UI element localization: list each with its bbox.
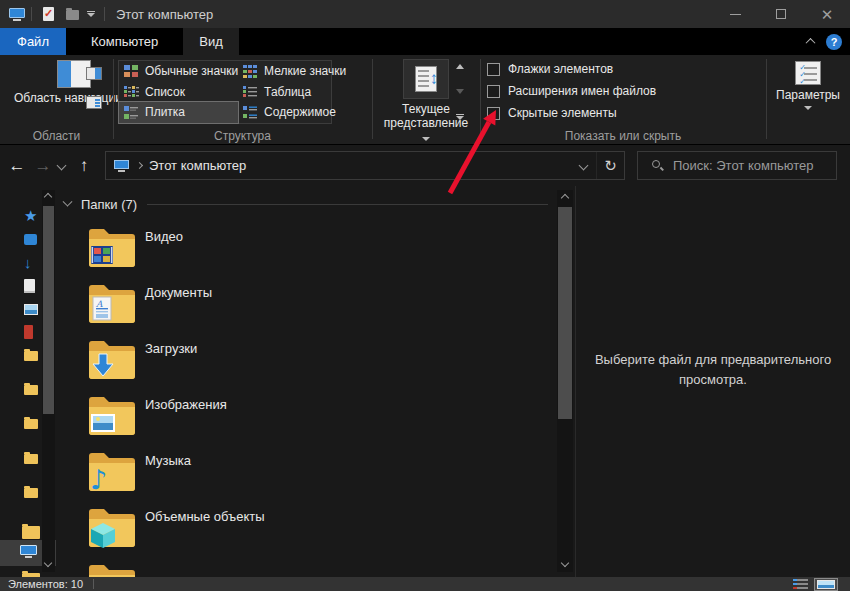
layout-group: Обычные значки Мелкие значки Список Табл… bbox=[113, 55, 372, 145]
pinned-folder-icon[interactable] bbox=[24, 325, 33, 339]
maximize-button[interactable] bbox=[758, 0, 804, 28]
folder-name: Документы bbox=[145, 285, 212, 300]
folder-item-downloads[interactable]: Загрузки bbox=[88, 336, 508, 384]
forward-button[interactable]: → bbox=[30, 156, 56, 176]
customize-quick-access-button[interactable] bbox=[87, 11, 95, 18]
3d-objects-folder-icon bbox=[88, 504, 136, 550]
scrollbar-thumb[interactable] bbox=[43, 206, 54, 414]
view-option-label: Плитка bbox=[145, 105, 185, 119]
details-pane-button[interactable] bbox=[84, 93, 104, 111]
svg-text:♪: ♪ bbox=[90, 464, 107, 494]
details-view-icon bbox=[243, 84, 258, 99]
thumbnails-view-button[interactable] bbox=[814, 578, 838, 591]
svg-text:A: A bbox=[95, 299, 103, 309]
current-view-button[interactable]: Текущее представление bbox=[380, 59, 472, 144]
item-checkboxes-checkbox[interactable] bbox=[487, 63, 500, 76]
this-pc-icon bbox=[114, 160, 129, 172]
search-input[interactable] bbox=[673, 158, 823, 173]
folders-group-header[interactable]: Папки (7) bbox=[56, 194, 556, 214]
recent-locations-icon[interactable] bbox=[57, 161, 67, 171]
navigation-pane-label: Область навигации bbox=[14, 91, 122, 105]
title-bar: Этот компьютер ✕ bbox=[0, 0, 850, 28]
folder-icon[interactable] bbox=[24, 488, 38, 498]
ribbon: Область навигации Области Обычные значки… bbox=[0, 55, 850, 145]
details-view-button[interactable] bbox=[793, 579, 808, 590]
chevron-down-icon bbox=[804, 106, 812, 110]
status-bar: Элементов: 10 bbox=[0, 577, 850, 591]
documents-icon[interactable] bbox=[24, 279, 35, 293]
view-option-normal-icons[interactable]: Обычные значки bbox=[119, 61, 238, 82]
normal-icons-view-icon bbox=[124, 64, 139, 79]
folder-icon[interactable] bbox=[24, 454, 38, 464]
new-folder-icon[interactable] bbox=[65, 7, 80, 22]
item-checkboxes-option[interactable]: Флажки элементов bbox=[487, 61, 613, 77]
view-option-label: Таблица bbox=[264, 85, 311, 99]
options-button[interactable]: Параметры bbox=[774, 61, 842, 110]
pictures-icon[interactable] bbox=[24, 304, 38, 315]
folder-item-video[interactable]: Видео bbox=[88, 224, 508, 272]
small-icons-view-icon bbox=[243, 64, 258, 79]
close-button[interactable]: ✕ bbox=[804, 0, 850, 28]
address-bar[interactable]: Этот компьютер ↻ bbox=[105, 151, 625, 180]
folder-item-pictures[interactable]: Изображения bbox=[88, 392, 508, 440]
address-dropdown-button[interactable] bbox=[570, 152, 596, 179]
view-option-tiles[interactable]: Плитка bbox=[119, 102, 238, 123]
breadcrumb-chevron-icon[interactable] bbox=[136, 162, 143, 169]
this-pc-icon bbox=[9, 8, 25, 21]
sidebar-scrollbar[interactable] bbox=[42, 190, 55, 572]
folder-item-3d-objects[interactable]: Объемные объекты bbox=[88, 504, 508, 552]
tab-computer[interactable]: Компьютер bbox=[75, 28, 174, 55]
window-title: Этот компьютер bbox=[116, 7, 213, 22]
up-button[interactable]: ↑ bbox=[71, 156, 97, 176]
folder-name: Музыка bbox=[145, 453, 191, 468]
preview-message: Выберите файл для предварительного просм… bbox=[590, 350, 836, 390]
folder-icon[interactable] bbox=[24, 351, 38, 361]
folder-item-music[interactable]: ♪ Музыка bbox=[88, 448, 508, 496]
folder-icon bbox=[88, 560, 136, 577]
preview-pane-button[interactable] bbox=[84, 64, 104, 82]
minimize-button[interactable] bbox=[712, 0, 758, 28]
refresh-icon[interactable]: ↻ bbox=[596, 152, 624, 179]
desktop-icon[interactable] bbox=[24, 234, 37, 245]
help-icon[interactable]: ? bbox=[826, 34, 842, 50]
video-folder-icon bbox=[88, 224, 136, 270]
tab-file[interactable]: Файл bbox=[0, 28, 66, 55]
thumbnails-view-icon bbox=[817, 580, 835, 589]
scrollbar-thumb[interactable] bbox=[558, 207, 572, 419]
downloads-icon[interactable]: ↓ bbox=[24, 256, 32, 270]
group-header-line bbox=[147, 204, 548, 205]
tab-view[interactable]: Вид bbox=[183, 28, 239, 55]
back-button[interactable]: ← bbox=[4, 156, 30, 176]
folder-icon[interactable] bbox=[24, 385, 38, 395]
search-box[interactable] bbox=[637, 151, 837, 180]
preview-pane-icon bbox=[86, 67, 102, 80]
options-group: Параметры bbox=[766, 55, 850, 145]
folder-icon[interactable] bbox=[22, 526, 40, 539]
items-count: Элементов: 10 bbox=[8, 578, 83, 590]
file-extensions-checkbox[interactable] bbox=[487, 85, 500, 98]
folder-item-partial[interactable] bbox=[88, 560, 508, 577]
details-pane-icon bbox=[86, 96, 102, 109]
collapse-group-icon[interactable] bbox=[63, 196, 73, 206]
checkbox-label: Расширения имен файлов bbox=[508, 84, 656, 98]
hidden-items-checkbox[interactable] bbox=[487, 107, 500, 120]
view-option-label: Содержимое bbox=[264, 105, 336, 119]
layout-gallery: Обычные значки Мелкие значки Список Табл… bbox=[118, 60, 332, 124]
collapse-ribbon-icon[interactable] bbox=[806, 38, 816, 48]
layout-group-label: Структура bbox=[113, 129, 372, 143]
hidden-items-option[interactable]: Скрытые элементы bbox=[487, 105, 617, 121]
file-list-scrollbar[interactable] bbox=[557, 190, 570, 572]
titlebar-separator bbox=[104, 7, 105, 21]
file-extensions-option[interactable]: Расширения имен файлов bbox=[487, 83, 656, 99]
view-option-small-icons[interactable]: Мелкие значки bbox=[238, 61, 346, 82]
view-option-list[interactable]: Список bbox=[119, 82, 238, 103]
quick-access-icon[interactable]: ★ bbox=[24, 208, 37, 223]
view-option-details[interactable]: Таблица bbox=[238, 82, 346, 103]
properties-icon[interactable] bbox=[42, 7, 57, 22]
breadcrumb[interactable]: Этот компьютер bbox=[149, 158, 246, 173]
music-folder-icon: ♪ bbox=[88, 448, 136, 494]
folder-item-documents[interactable]: A Документы bbox=[88, 280, 508, 328]
file-explorer-window: Этот компьютер ✕ Файл Компьютер Вид ? Об… bbox=[0, 0, 850, 591]
folder-icon[interactable] bbox=[24, 419, 38, 429]
view-option-content[interactable]: Содержимое bbox=[238, 102, 346, 123]
